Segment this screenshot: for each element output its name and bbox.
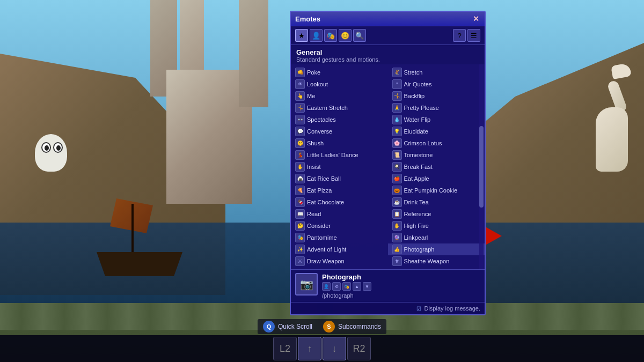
emote-bf-icon: 🍳 (392, 162, 402, 172)
emote-eastern-stretch-icon: 🤸 (295, 103, 305, 113)
emote-break-fast[interactable]: 🍳Break Fast (388, 161, 485, 173)
panel-close-button[interactable]: ✕ (472, 14, 480, 23)
emote-air-quotes[interactable]: "Air Quotes (388, 78, 485, 90)
toolbar-face-icon[interactable]: 😊 (339, 29, 352, 42)
hotbar: L2 ↑ ↓ R2 (0, 335, 644, 362)
quick-scroll-hotkey: Q Quick Scroll (263, 321, 312, 333)
emote-lld-icon: 💃 (295, 150, 305, 160)
emote-hf-icon: ✋ (392, 221, 402, 231)
detail-emote-icon: 📷 (295, 273, 318, 295)
footer-text: Display log message. (424, 305, 480, 312)
detail-icon-1: 👤 (322, 282, 331, 291)
emote-read[interactable]: 📖Read (291, 208, 388, 220)
detail-icon-3: 🎭 (342, 282, 351, 291)
emote-pizza-icon: 🍕 (295, 186, 305, 195)
emote-me[interactable]: 👆Me (291, 90, 388, 102)
ship (86, 212, 193, 276)
emote-rice-icon: 🍙 (295, 174, 305, 183)
emote-elucidate[interactable]: 💡Elucidate (388, 125, 485, 137)
toolbar-person-icon[interactable]: 👤 (310, 29, 323, 42)
emote-sheathe-weapon[interactable]: 🗡Sheathe Weapon (388, 255, 485, 267)
detail-icon-2: ⚙ (332, 282, 341, 291)
hotbar-slot-l2[interactable]: L2 (273, 337, 297, 360)
creature-eye-right (53, 142, 63, 153)
emote-column-left: 👊Poke 👁Lookout 👆Me 🤸Eastern Stretch 👓Spe… (291, 67, 388, 267)
emote-read-icon: 📖 (295, 209, 305, 219)
toolbar-search-icon[interactable]: 🔍 (353, 29, 366, 42)
emote-insist[interactable]: ✋Insist (291, 161, 388, 173)
emote-pretty-please[interactable]: 🙏Pretty Please (388, 102, 485, 114)
emote-chocolate-icon: 🍫 (295, 197, 305, 207)
emote-crimson-lotus[interactable]: 🌸Crimson Lotus (388, 137, 485, 149)
emote-cl-icon: 🌸 (392, 138, 402, 148)
emote-me-icon: 👆 (295, 91, 305, 101)
emote-pantomime[interactable]: 🎭Pantomime (291, 232, 388, 243)
emote-aol-icon: ✨ (295, 245, 305, 254)
emote-eastern-stretch[interactable]: 🤸Eastern Stretch (291, 102, 388, 114)
panel-title: Emotes (295, 15, 320, 23)
emote-converse-icon: 💬 (295, 127, 305, 136)
pupil-right (56, 145, 61, 151)
emote-spectacles[interactable]: 👓Spectacles (291, 114, 388, 125)
emote-backflip[interactable]: 🤸Backflip (388, 90, 485, 102)
detail-command-text: /photograph (322, 292, 480, 299)
emote-elucidate-icon: 💡 (392, 127, 402, 136)
emote-linkpearl[interactable]: 🔮Linkpearl (388, 232, 485, 243)
emote-little-ladies-dance[interactable]: 💃Little Ladies' Dance (291, 149, 388, 161)
subcommands-badge: S (323, 321, 335, 333)
castle (150, 16, 268, 204)
emote-drink-tea[interactable]: ☕Drink Tea (388, 196, 485, 208)
emote-lookout[interactable]: 👁Lookout (291, 78, 388, 90)
emote-shush[interactable]: 🤫Shush (291, 137, 388, 149)
emote-eat-pizza[interactable]: 🍕Eat Pizza (291, 184, 388, 196)
emote-tea-icon: ☕ (392, 197, 402, 207)
pupil-left (45, 145, 49, 151)
emote-draw-icon: ⚔ (295, 256, 305, 266)
quick-scroll-label: Quick Scroll (278, 323, 312, 330)
toolbar-help-icon[interactable]: ? (453, 29, 466, 42)
emote-spectacles-icon: 👓 (295, 115, 305, 124)
footer-checkbox-icon: ☑ (416, 306, 421, 312)
emote-shush-icon: 🤫 (295, 138, 305, 148)
emote-eat-pumpkin-cookie[interactable]: 🎃Eat Pumpkin Cookie (388, 184, 485, 196)
emote-high-five[interactable]: ✋High Five (388, 220, 485, 232)
emote-consider-icon: 🤔 (295, 221, 305, 231)
emote-insist-icon: ✋ (295, 162, 305, 172)
emote-advent-of-light[interactable]: ✨Advent of Light (291, 243, 388, 255)
toolbar-right: ? ☰ (453, 29, 480, 42)
subcommands-hotkey: S Subcommands (323, 321, 381, 333)
toolbar-emote-icon[interactable]: 🎭 (324, 29, 337, 42)
emote-poke-icon: 👊 (295, 68, 305, 77)
emote-reference[interactable]: 📋Reference (388, 208, 485, 220)
hotbar-slot-2[interactable]: ↓ (323, 337, 346, 360)
detail-section: 📷 Photograph 👤 ⚙ 🎭 ▲ ▼ /photograph (291, 269, 485, 302)
emote-water-flip[interactable]: 💧Water Flip (388, 114, 485, 125)
emote-converse[interactable]: 💬Converse (291, 125, 388, 137)
detail-icon-4: ▲ (353, 282, 361, 291)
emote-eat-apple[interactable]: 🍎Eat Apple (388, 173, 485, 184)
hotbar-slot-r2[interactable]: R2 (347, 337, 371, 360)
toolbar-menu-icon[interactable]: ☰ (467, 29, 480, 42)
emote-tomestone[interactable]: 📜Tomestone (388, 149, 485, 161)
toolbar-favorite-icon[interactable]: ★ (295, 29, 308, 42)
emote-eat-chocolate[interactable]: 🍫Eat Chocolate (291, 196, 388, 208)
ship-mast (131, 204, 134, 252)
category-name: General (296, 48, 479, 56)
emote-photograph[interactable]: 👍Photograph (388, 243, 485, 255)
panel-footer: ☑ Display log message. (291, 302, 485, 314)
emote-list: 👊Poke 👁Lookout 👆Me 🤸Eastern Stretch 👓Spe… (291, 64, 485, 269)
creature-body (35, 134, 67, 172)
emote-photo-icon: 👍 (392, 245, 402, 254)
emote-draw-weapon[interactable]: ⚔Draw Weapon (291, 255, 388, 267)
emote-stretch[interactable]: 🤾Stretch (388, 67, 485, 78)
emote-eat-rice-ball[interactable]: 🍙Eat Rice Ball (291, 173, 388, 184)
detail-icons-row: 👤 ⚙ 🎭 ▲ ▼ (322, 282, 480, 291)
emote-apple-icon: 🍎 (392, 174, 402, 183)
hotbar-slot-1[interactable]: ↑ (298, 337, 321, 360)
emote-consider[interactable]: 🤔Consider (291, 220, 388, 232)
emote-poke[interactable]: 👊Poke (291, 67, 388, 78)
list-scrollbar[interactable] (479, 64, 484, 269)
emote-backflip-icon: 🤸 (392, 91, 402, 101)
emote-ref-icon: 📋 (392, 209, 402, 219)
quick-scroll-bar: Q Quick Scroll S Subcommands (258, 319, 386, 334)
